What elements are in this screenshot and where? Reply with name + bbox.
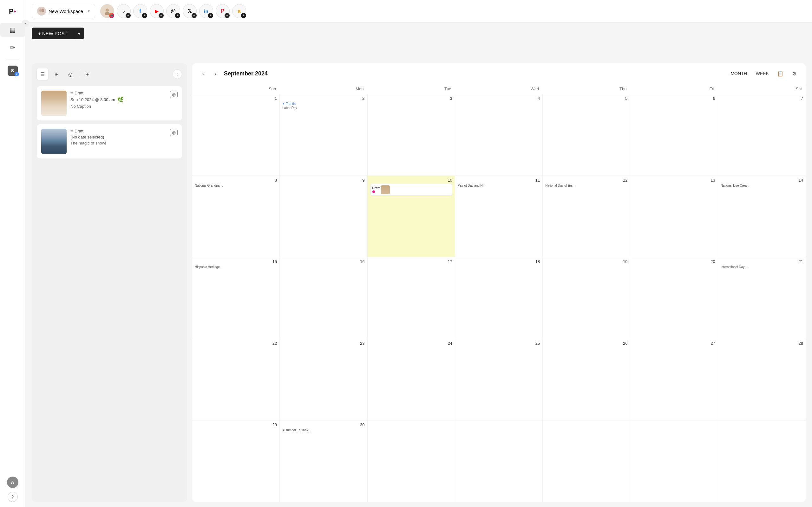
social-threads[interactable]: @ + <box>166 4 180 18</box>
cal-cell-oct4[interactable] <box>630 420 718 502</box>
cal-cell-sep25[interactable]: 25 <box>455 339 543 420</box>
svg-point-3 <box>106 9 109 12</box>
international-day-event: International Day ... <box>721 265 803 269</box>
sidebar-item-calendar[interactable]: ▦ <box>0 23 26 37</box>
collapse-panel-button[interactable]: ‹ <box>172 69 182 79</box>
cal-cell-sep17[interactable]: 17 <box>368 257 455 339</box>
social-linkedin[interactable]: in + <box>199 4 213 18</box>
sidebar: P+ ▦ ✏ S ↗ A ? <box>0 0 26 507</box>
cal-cell-sep16[interactable]: 16 <box>280 257 367 339</box>
instagram-view-button[interactable]: ◎ <box>65 68 76 80</box>
post-platform-icon-2: ◎ <box>170 129 177 136</box>
cal-cell-sep30[interactable]: 30 Autumnal Equinox... <box>280 420 367 502</box>
trends-event: ✦ Trends <box>282 102 364 106</box>
post-card-2[interactable]: ✏ Draft (No date selected) The magic of … <box>37 124 182 158</box>
youtube-add-icon: + <box>159 13 164 18</box>
calendar-list-icon-button[interactable]: 📋 <box>775 68 785 78</box>
instagram-badge: 📷 <box>109 13 114 18</box>
cal-cell-sep1[interactable]: 1 <box>192 94 280 176</box>
post-caption-2: The magic of snow! <box>70 141 166 146</box>
cal-cell-sep9[interactable]: 9 <box>280 176 367 257</box>
cal-cell-sep6[interactable]: 6 <box>630 94 718 176</box>
calendar-next-button[interactable]: › <box>211 69 220 78</box>
day-header-wed: Wed <box>455 84 543 94</box>
cal-cell-sep2[interactable]: 2 ✦ Trends Labor Day <box>280 94 367 176</box>
help-button[interactable]: ? <box>8 492 18 502</box>
labor-day-event: Labor Day <box>282 106 364 110</box>
cal-cell-sep14[interactable]: 14 National Live Crea... <box>718 176 806 257</box>
sidebar-collapse-chevron[interactable]: › <box>21 20 29 27</box>
cal-cell-oct3[interactable] <box>543 420 630 502</box>
cal-cell-sep27[interactable]: 27 <box>630 339 718 420</box>
calendar-week-view-button[interactable]: WEEK <box>753 70 771 77</box>
cal-cell-sep24[interactable]: 24 <box>368 339 455 420</box>
cal-cell-sep26[interactable]: 26 <box>543 339 630 420</box>
cal-cell-sep29[interactable]: 29 <box>192 420 280 502</box>
facebook-add-icon: + <box>142 13 147 18</box>
cal-cell-sep12[interactable]: 12 National Day of En... <box>543 176 630 257</box>
new-post-dropdown-button[interactable]: ▾ <box>74 27 84 39</box>
cal-cell-sep7[interactable]: 7 <box>718 94 806 176</box>
cal-cell-sep20[interactable]: 20 <box>630 257 718 339</box>
social-instagram[interactable]: 📷 <box>100 4 114 18</box>
filter-button[interactable]: ⊞ <box>82 68 93 80</box>
cal-cell-oct1[interactable] <box>368 420 455 502</box>
cal-cell-sep19[interactable]: 19 <box>543 257 630 339</box>
posts-panel: ☰ ⊞ ◎ ⊞ ‹ <box>32 63 187 502</box>
calendar-day-headers: Sun Mon Tue Wed Thu Fri Sat <box>192 84 806 94</box>
cal-cell-sep8[interactable]: 8 National Grandpar... <box>192 176 280 257</box>
cal-cell-sep15[interactable]: 15 Hispanic Heritage ... <box>192 257 280 339</box>
grandparents-event: National Grandpar... <box>195 184 277 187</box>
cal-cell-sep11[interactable]: 11 Patriot Day and N... <box>455 176 543 257</box>
header: New Workspace ▾ 📷 ♪ <box>26 0 812 22</box>
edit-icon: ✏ <box>10 44 15 51</box>
tiktok-add-icon: + <box>125 13 131 18</box>
post-date-1: Sep 10 2024 @ 8:00 am 🌿 <box>70 97 166 103</box>
social-amazon[interactable]: a + <box>232 4 246 18</box>
cal-cell-sep23[interactable]: 23 <box>280 339 367 420</box>
cal-cell-sep28[interactable]: 28 <box>718 339 806 420</box>
cal-cell-sep13[interactable]: 13 <box>630 176 718 257</box>
social-facebook[interactable]: f + <box>133 4 147 18</box>
cal-cell-oct5[interactable] <box>718 420 806 502</box>
draft-card-sep10[interactable]: Draft <box>370 184 452 196</box>
cal-cell-sep21[interactable]: 21 International Day ... <box>718 257 806 339</box>
cal-cell-sep3[interactable]: 3 <box>368 94 455 176</box>
post-thumbnail-1 <box>41 91 67 116</box>
workspace-selector[interactable]: New Workspace ▾ <box>32 4 95 18</box>
draft-edit-icon-2: ✏ <box>70 129 73 133</box>
cal-cell-oct2[interactable] <box>455 420 543 502</box>
cal-cell-sep4[interactable]: 4 <box>455 94 543 176</box>
linkedin-add-icon: + <box>208 13 213 18</box>
autumnal-equinox-event: Autumnal Equinox... <box>282 429 364 432</box>
sidebar-item-edit[interactable]: ✏ <box>0 41 26 55</box>
workspace-chevron-icon: ▾ <box>88 9 90 13</box>
cal-cell-sep22[interactable]: 22 <box>192 339 280 420</box>
cal-cell-sep5[interactable]: 5 <box>543 94 630 176</box>
social-pinterest[interactable]: P + <box>216 4 230 18</box>
social-youtube[interactable]: ▶ + <box>150 4 164 18</box>
calendar-month-view-button[interactable]: MONTH <box>728 70 749 77</box>
calendar-settings-button[interactable]: ⚙ <box>789 68 799 78</box>
calendar-week-2: 8 National Grandpar... 9 10 Draft <box>192 176 806 258</box>
social-x[interactable]: 𝕏 + <box>183 4 197 18</box>
sidebar-item-scraper[interactable]: S ↗ <box>7 65 18 76</box>
workspace-name: New Workspace <box>49 9 85 14</box>
list-view-button[interactable]: ☰ <box>37 68 48 80</box>
post-status-2: ✏ Draft <box>70 129 166 133</box>
post-card-1[interactable]: ✏ Draft Sep 10 2024 @ 8:00 am 🌿 No Capti… <box>37 86 182 120</box>
new-post-button[interactable]: + NEW POST <box>32 27 74 39</box>
calendar-prev-button[interactable]: ‹ <box>199 69 207 78</box>
cal-cell-sep18[interactable]: 18 <box>455 257 543 339</box>
calendar-panel: ‹ › September 2024 MONTH WEEK 📋 ⚙ <box>192 63 806 502</box>
cal-cell-sep10[interactable]: 10 Draft <box>368 176 455 257</box>
social-tiktok[interactable]: ♪ + <box>117 4 131 18</box>
calendar-week-1: 1 2 ✦ Trends Labor Day 3 4 5 <box>192 94 806 176</box>
user-avatar[interactable]: A <box>7 476 18 488</box>
new-post-area: + NEW POST ▾ <box>32 27 806 39</box>
svg-point-2 <box>42 9 44 12</box>
post-date-2: (No date selected) <box>70 135 166 139</box>
threads-add-icon: + <box>175 13 180 18</box>
grid-view-button[interactable]: ⊞ <box>51 68 62 80</box>
draft-edit-icon: ✏ <box>70 91 73 95</box>
